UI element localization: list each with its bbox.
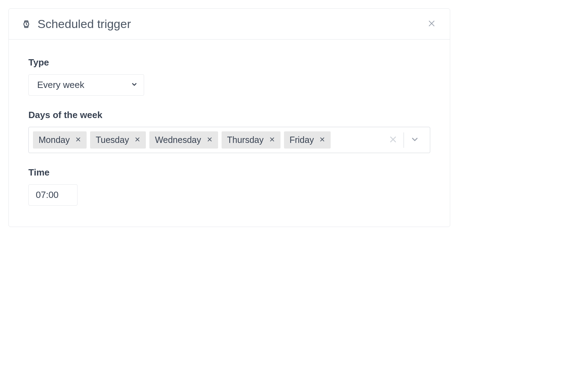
day-tag-label: Wednesday: [155, 135, 201, 145]
clear-all-button[interactable]: [385, 132, 401, 147]
x-icon: [135, 137, 140, 143]
field-time: Time: [28, 167, 430, 206]
panel-header: Scheduled trigger: [9, 9, 450, 40]
header-left: Scheduled trigger: [21, 17, 131, 31]
time-input[interactable]: [28, 184, 77, 206]
x-icon: [319, 137, 325, 143]
day-tag-label: Tuesday: [96, 135, 129, 145]
remove-tag-button[interactable]: [207, 137, 212, 143]
panel-body: Type Every week Days of the week MondayT…: [9, 40, 450, 227]
day-tag: Monday: [33, 131, 87, 149]
days-label: Days of the week: [28, 110, 430, 121]
remove-tag-button[interactable]: [75, 137, 81, 143]
field-type: Type Every week: [28, 57, 430, 96]
divider: [404, 132, 404, 148]
x-icon: [75, 137, 81, 143]
day-tag: Thursday: [222, 131, 280, 149]
type-select[interactable]: Every week: [28, 74, 144, 96]
x-icon: [207, 137, 212, 143]
field-days: Days of the week MondayTuesdayWednesdayT…: [28, 110, 430, 153]
day-tag: Wednesday: [149, 131, 218, 149]
type-select-wrap: Every week: [28, 74, 144, 96]
day-tag: Friday: [284, 131, 331, 149]
multiselect-controls: [385, 132, 427, 148]
day-tag-label: Thursday: [227, 135, 264, 145]
tags-area: MondayTuesdayWednesdayThursdayFriday: [32, 130, 382, 150]
dropdown-toggle-button[interactable]: [406, 132, 424, 148]
close-icon: [427, 19, 436, 29]
days-multiselect[interactable]: MondayTuesdayWednesdayThursdayFriday: [28, 127, 430, 153]
time-label: Time: [28, 167, 430, 178]
remove-tag-button[interactable]: [269, 137, 275, 143]
chevron-down-icon: [410, 135, 419, 145]
watch-icon: [21, 19, 31, 29]
x-icon: [269, 137, 275, 143]
clear-icon: [389, 135, 397, 145]
day-tag-label: Friday: [290, 135, 314, 145]
scheduled-trigger-panel: Scheduled trigger Type Every week: [8, 8, 450, 227]
remove-tag-button[interactable]: [319, 137, 325, 143]
panel-title: Scheduled trigger: [38, 17, 131, 31]
day-tag: Tuesday: [90, 131, 146, 149]
remove-tag-button[interactable]: [135, 137, 140, 143]
close-button[interactable]: [426, 18, 437, 30]
type-label: Type: [28, 57, 430, 68]
day-tag-label: Monday: [39, 135, 70, 145]
